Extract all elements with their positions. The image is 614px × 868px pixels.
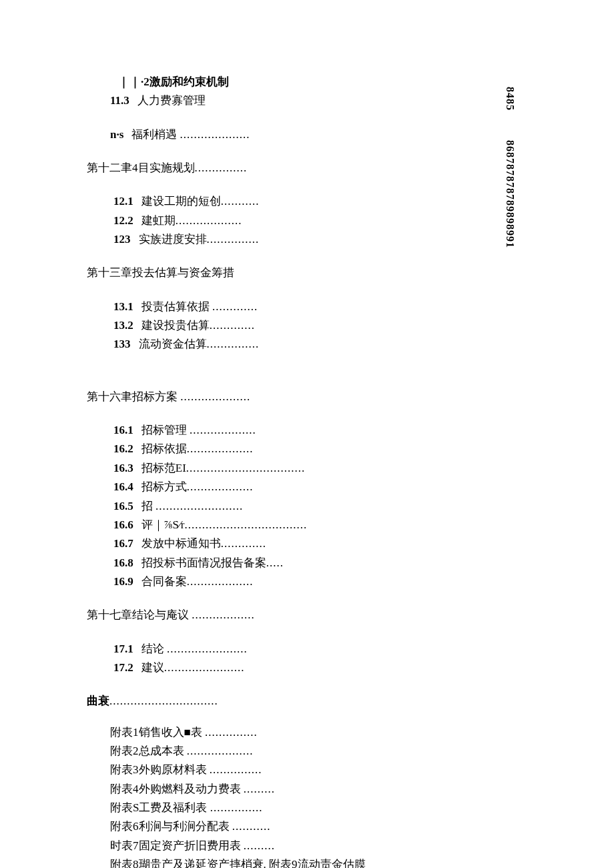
leader-dots: ................... (187, 478, 254, 496)
entry-label: 附表3外购原材料表 (110, 761, 210, 779)
spacer (87, 111, 487, 126)
entry-number: 16.8 (113, 554, 133, 572)
entry-label: 招标管理 (141, 422, 190, 439)
entry-label: 时表7固定资产折旧费用表 (110, 837, 244, 855)
entry-label: 第十二聿4目实施规划 (87, 159, 195, 177)
toc-entry: 16.4招标方式................... (87, 478, 487, 496)
entry-label: 招标方式 (141, 478, 187, 496)
entry-label: 附表6利涧与利涧分配表 (110, 818, 232, 835)
toc-entry: 16.6评｜⅞S⁄r..............................… (87, 516, 487, 534)
entry-number: 17.1 (113, 640, 133, 658)
toc-entry: 12.1建设工期的短创........... (87, 193, 487, 210)
toc-entry: 17.2建议....................... (87, 659, 487, 677)
leader-dots: ............... (210, 761, 262, 779)
leader-dots: ................... (187, 743, 254, 760)
leader-dots: ......... (244, 781, 275, 798)
entry-number: 12.2 (113, 212, 133, 230)
leader-dots: ................... (190, 422, 256, 439)
toc-entry: 17.1结论 ....................... (87, 640, 487, 658)
leader-dots: ....................... (167, 640, 248, 658)
toc-entry: 13.1投责估算依据 ............. (87, 298, 487, 316)
leader-dots: ......................... (156, 498, 243, 515)
toc-entry: 附表3外购原材料表 ............... (87, 761, 487, 779)
leader-dots: ............................... (109, 693, 218, 710)
toc-entry: 附表2总成本表 ................... (87, 743, 487, 760)
entry-number: 16.6 (113, 516, 133, 534)
entry-number: 13.1 (113, 298, 133, 316)
entry-label: 建虹期 (141, 212, 176, 230)
toc-entry: 16.3招标范EI...............................… (87, 460, 487, 477)
leader-dots: ........... (221, 193, 260, 210)
entry-label: ｜｜·2激励和约束机制 (118, 73, 229, 91)
entry-label: 实族进度安排 (139, 231, 207, 248)
entry-number: 123 (113, 231, 131, 248)
entry-label: 建设投贵估算 (141, 317, 210, 334)
entry-number: 13.2 (113, 317, 133, 334)
toc-entry: 第十二聿4目实施规划............... (87, 159, 487, 177)
entry-number: 11.3 (110, 92, 129, 109)
toc-entry: 附表1销售收入■表 ............... (87, 724, 487, 741)
toc-entry: 16.1招标管理 ................... (87, 422, 487, 439)
leader-dots: ......... (244, 837, 275, 855)
leader-dots: ................................... (184, 516, 307, 534)
entry-label: 附表4外购燃料及动力费表 (110, 781, 244, 798)
entry-number: 12.1 (113, 193, 133, 210)
toc-entry: 11.3人力费寡管理 (87, 92, 487, 109)
leader-dots: .................. (192, 606, 255, 624)
leader-dots: ..... (266, 554, 284, 572)
spacer (87, 407, 487, 422)
leader-dots: ....................... (164, 659, 245, 677)
page-numbers-block-1: 8485 (504, 87, 516, 111)
leader-dots: .................... (180, 126, 250, 143)
spacer (87, 355, 487, 388)
spacer (87, 592, 487, 606)
leader-dots: ................... (187, 440, 254, 458)
leader-dots: ............... (207, 336, 260, 353)
toc-entry: 16.5招 ......................... (87, 498, 487, 515)
toc-entry: 123实族进度安排............... (87, 231, 487, 248)
entry-label: 评｜⅞S⁄r (141, 516, 185, 534)
leader-dots: .................................. (186, 460, 306, 477)
leader-dots: ........... (232, 818, 271, 835)
entry-label: 招 (141, 498, 156, 515)
toc-content: ｜｜·2激励和约束机制11.3人力费寡管理n·s福利梢遇 ...........… (87, 73, 487, 868)
entry-number: 133 (113, 336, 131, 353)
leader-dots: ............... (195, 159, 248, 177)
toc-entry: 13.2建设投贵估算............. (87, 317, 487, 334)
spacer (87, 626, 487, 640)
toc-entry: 附表8瑚贵产及递延资产摔梢衰. 附表9流动责金估膜 (87, 856, 487, 868)
toc-entry: 第十三章投去估算与资金筹措 (87, 264, 487, 282)
leader-dots: ............. (221, 535, 266, 552)
entry-label: 附表2总成本表 (110, 743, 187, 760)
spacer (87, 250, 487, 264)
toc-entry: 时表7固定资产折旧费用表 ......... (87, 837, 487, 855)
entry-label: 合同备案 (141, 573, 187, 590)
leader-dots: ............... (210, 799, 263, 817)
toc-entry: 133流动资金估算............... (87, 336, 487, 353)
spacer (87, 678, 487, 693)
entry-label: 附表1销售收入■表 (110, 724, 205, 741)
page-numbers-block-2: 868787878789898991 (504, 140, 516, 248)
leader-dots: .................... (180, 388, 250, 406)
entry-label: 附表S工费及福利表 (110, 799, 210, 817)
toc-entry: 第十七章结论与庵议 .................. (87, 606, 487, 624)
leader-dots: ............. (212, 298, 258, 316)
entry-label: 第十七章结论与庵议 (87, 606, 192, 624)
entry-label: 投责估算依据 (141, 298, 212, 316)
entry-label: 发放中标通知书 (141, 535, 221, 552)
entry-label: 招投标书面情况报告备案 (141, 554, 266, 572)
spacer (87, 178, 487, 193)
entry-number: 16.4 (113, 478, 133, 496)
entry-label: 人力费寡管理 (137, 92, 206, 109)
toc-entry: 16.2招标依据................... (87, 440, 487, 458)
entry-label: 流动资金估算 (139, 336, 207, 353)
entry-label: 建议 (141, 659, 164, 677)
leader-dots: ............... (205, 724, 258, 741)
entry-number: 17.2 (113, 659, 133, 677)
toc-entry: 16.8招投标书面情况报告备案..... (87, 554, 487, 572)
entry-label: 第十三章投去估算与资金筹措 (87, 264, 234, 282)
entry-number: 16.9 (113, 573, 133, 590)
entry-number: n·s (110, 126, 123, 143)
toc-entry: 附表S工费及福利表 ............... (87, 799, 487, 817)
entry-number: 16.5 (113, 498, 133, 515)
